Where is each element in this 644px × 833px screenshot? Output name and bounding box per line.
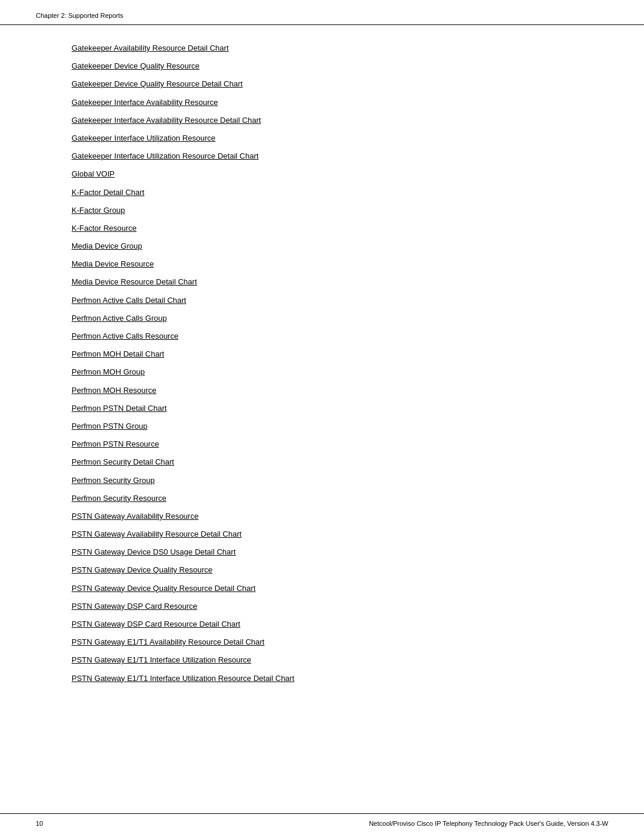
link-item[interactable]: Gatekeeper Device Quality Resource bbox=[72, 61, 608, 72]
link-item[interactable]: PSTN Gateway Device Quality Resource Det… bbox=[72, 583, 608, 594]
link-item[interactable]: Perfmon Security Resource bbox=[72, 493, 608, 504]
link-item[interactable]: Perfmon Active Calls Detail Chart bbox=[72, 295, 608, 306]
link-item[interactable]: Gatekeeper Interface Availability Resour… bbox=[72, 97, 608, 108]
page-number: 10 bbox=[36, 820, 43, 827]
link-item[interactable]: PSTN Gateway E1/T1 Availability Resource… bbox=[72, 637, 608, 648]
link-item[interactable]: PSTN Gateway Device Quality Resource bbox=[72, 565, 608, 575]
link-item[interactable]: PSTN Gateway DSP Card Resource Detail Ch… bbox=[72, 619, 608, 630]
document-title: Netcool/Proviso Cisco IP Telephony Techn… bbox=[369, 820, 608, 827]
link-item[interactable]: Gatekeeper Interface Utilization Resourc… bbox=[72, 133, 608, 144]
link-item[interactable]: Gatekeeper Device Quality Resource Detai… bbox=[72, 79, 608, 89]
link-item[interactable]: Perfmon Security Detail Chart bbox=[72, 457, 608, 467]
chapter-title: Chapter 2: Supported Reports bbox=[36, 12, 123, 19]
page-footer: 10 Netcool/Proviso Cisco IP Telephony Te… bbox=[0, 813, 644, 833]
link-item[interactable]: Global VOIP bbox=[72, 169, 608, 179]
page-header: Chapter 2: Supported Reports bbox=[0, 0, 644, 25]
link-item[interactable]: Perfmon MOH Detail Chart bbox=[72, 349, 608, 360]
link-item[interactable]: Perfmon Active Calls Group bbox=[72, 313, 608, 324]
link-item[interactable]: Perfmon Active Calls Resource bbox=[72, 331, 608, 342]
link-item[interactable]: Gatekeeper Interface Availability Resour… bbox=[72, 115, 608, 126]
link-item[interactable]: Media Device Group bbox=[72, 241, 608, 252]
link-item[interactable]: Gatekeeper Interface Utilization Resourc… bbox=[72, 151, 608, 162]
page-container: Chapter 2: Supported Reports Gatekeeper … bbox=[0, 0, 644, 833]
link-item[interactable]: Perfmon PSTN Group bbox=[72, 421, 608, 432]
link-item[interactable]: PSTN Gateway Availability Resource bbox=[72, 511, 608, 522]
link-item[interactable]: K-Factor Resource bbox=[72, 223, 608, 234]
link-item[interactable]: Perfmon Security Group bbox=[72, 475, 608, 486]
link-item[interactable]: Perfmon PSTN Detail Chart bbox=[72, 403, 608, 414]
link-item[interactable]: PSTN Gateway Availability Resource Detai… bbox=[72, 529, 608, 540]
link-item[interactable]: Perfmon PSTN Resource bbox=[72, 439, 608, 450]
link-item[interactable]: Gatekeeper Availability Resource Detail … bbox=[72, 43, 608, 54]
link-item[interactable]: Media Device Resource Detail Chart bbox=[72, 277, 608, 287]
link-item[interactable]: K-Factor Group bbox=[72, 205, 608, 216]
content-area: Gatekeeper Availability Resource Detail … bbox=[0, 25, 644, 727]
link-item[interactable]: Perfmon MOH Resource bbox=[72, 385, 608, 396]
link-item[interactable]: Perfmon MOH Group bbox=[72, 367, 608, 377]
link-item[interactable]: PSTN Gateway DSP Card Resource bbox=[72, 601, 608, 612]
link-item[interactable]: PSTN Gateway E1/T1 Interface Utilization… bbox=[72, 673, 608, 684]
link-item[interactable]: PSTN Gateway E1/T1 Interface Utilization… bbox=[72, 655, 608, 665]
link-item[interactable]: Media Device Resource bbox=[72, 259, 608, 270]
link-item[interactable]: K-Factor Detail Chart bbox=[72, 187, 608, 198]
link-item[interactable]: PSTN Gateway Device DS0 Usage Detail Cha… bbox=[72, 547, 608, 558]
